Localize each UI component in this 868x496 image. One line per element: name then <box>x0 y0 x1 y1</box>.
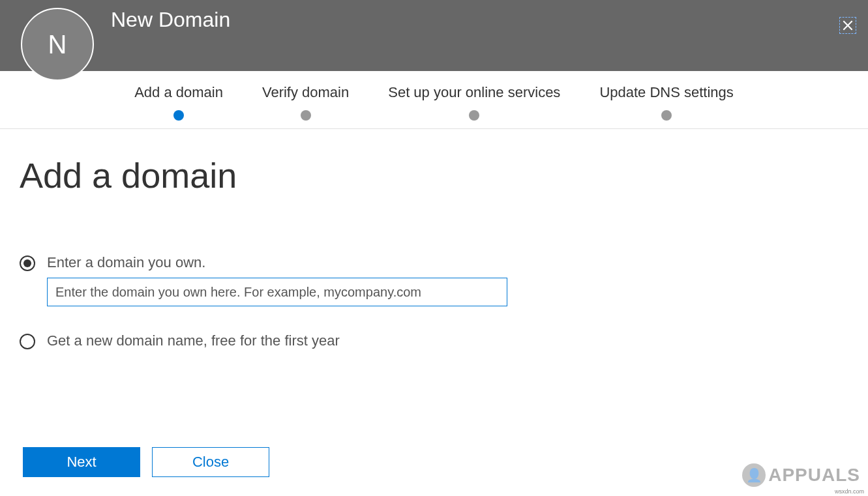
next-button[interactable]: Next <box>23 447 140 477</box>
avatar: N <box>21 8 94 81</box>
source-url: wsxdn.com <box>835 488 864 495</box>
watermark-icon: 👤 <box>742 463 766 487</box>
wizard-steps: Add a domain Verify domain Set up your o… <box>0 71 868 129</box>
close-button[interactable]: Close <box>152 447 269 477</box>
content-area: Add a domain Enter a domain you own. Get… <box>0 129 868 388</box>
option-label: Enter a domain you own. <box>47 254 507 271</box>
footer-buttons: Next Close <box>23 447 269 477</box>
step-dot-icon <box>301 110 311 121</box>
step-dot-icon <box>173 110 184 121</box>
watermark: 👤 APPUALS <box>742 463 860 487</box>
step-dot-icon <box>661 110 672 121</box>
step-dns-settings[interactable]: Update DNS settings <box>580 84 753 121</box>
close-icon[interactable] <box>839 17 856 34</box>
avatar-letter: N <box>48 30 67 59</box>
step-online-services[interactable]: Set up your online services <box>368 84 580 121</box>
step-add-domain[interactable]: Add a domain <box>115 84 243 121</box>
option-own-domain: Enter a domain you own. <box>20 254 848 306</box>
page-title: New Domain <box>111 8 230 32</box>
radio-new-domain[interactable] <box>20 334 35 349</box>
watermark-text: APPUALS <box>768 465 860 486</box>
radio-own-domain[interactable] <box>20 255 35 271</box>
option-label: Get a new domain name, free for the firs… <box>47 332 340 349</box>
domain-input[interactable] <box>47 278 507 306</box>
step-verify-domain[interactable]: Verify domain <box>243 84 368 121</box>
option-new-domain: Get a new domain name, free for the firs… <box>20 332 848 349</box>
page-heading: Add a domain <box>20 155 848 196</box>
header: N New Domain <box>0 0 868 71</box>
step-dot-icon <box>469 110 479 121</box>
